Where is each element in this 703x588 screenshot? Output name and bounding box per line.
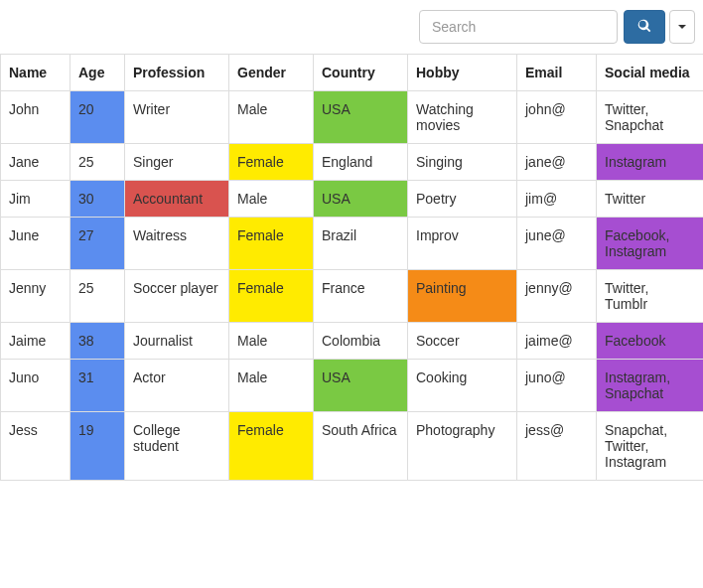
cell-email: john@: [517, 91, 597, 144]
cell-profession: Singer: [125, 144, 229, 181]
col-header-age[interactable]: Age: [70, 55, 125, 91]
cell-profession: Waitress: [125, 218, 229, 270]
cell-gender: Male: [229, 181, 314, 218]
cell-name: John: [1, 91, 70, 144]
cell-age: 25: [70, 270, 125, 323]
table-row: Jim30AccountantMaleUSAPoetryjim@Twitter: [1, 181, 704, 218]
cell-hobby: Improv: [408, 218, 517, 270]
cell-hobby: Soccer: [408, 323, 517, 360]
cell-age: 31: [70, 360, 125, 412]
cell-country: USA: [314, 91, 408, 144]
cell-gender: Male: [229, 91, 314, 144]
cell-name: Jaime: [1, 323, 70, 360]
cell-social: Twitter, Snapchat: [597, 91, 704, 144]
cell-email: jenny@: [517, 270, 597, 323]
cell-social: Facebook, Instagram: [597, 218, 704, 270]
cell-email: jim@: [517, 181, 597, 218]
table-row: Jaime38JournalistMaleColombiaSoccerjaime…: [1, 323, 704, 360]
cell-gender: Female: [229, 270, 314, 323]
cell-country: South Africa: [314, 412, 408, 481]
data-table: Name Age Profession Gender Country Hobby…: [0, 54, 703, 481]
cell-country: Brazil: [314, 218, 408, 270]
col-header-country[interactable]: Country: [314, 55, 408, 91]
col-header-email[interactable]: Email: [517, 55, 597, 91]
cell-gender: Female: [229, 412, 314, 481]
cell-age: 30: [70, 181, 125, 218]
cell-social: Twitter, Tumblr: [597, 270, 704, 323]
table-row: Juno31ActorMaleUSACookingjuno@Instagram,…: [1, 360, 704, 412]
cell-hobby: Photography: [408, 412, 517, 481]
cell-gender: Male: [229, 360, 314, 412]
cell-social: Snapchat, Twitter, Instagram: [597, 412, 704, 481]
search-input[interactable]: [419, 10, 618, 44]
cell-name: Juno: [1, 360, 70, 412]
cell-profession: Writer: [125, 91, 229, 144]
cell-age: 38: [70, 323, 125, 360]
search-button[interactable]: [624, 10, 665, 44]
col-header-name[interactable]: Name: [1, 55, 70, 91]
search-icon: [637, 19, 651, 36]
cell-profession: Soccer player: [125, 270, 229, 323]
cell-age: 19: [70, 412, 125, 481]
cell-social: Instagram: [597, 144, 704, 181]
cell-profession: Actor: [125, 360, 229, 412]
cell-hobby: Singing: [408, 144, 517, 181]
col-header-social[interactable]: Social media: [597, 55, 704, 91]
cell-email: jess@: [517, 412, 597, 481]
cell-social: Facebook: [597, 323, 704, 360]
cell-name: June: [1, 218, 70, 270]
table-row: June27WaitressFemaleBrazilImprovjune@Fac…: [1, 218, 704, 270]
cell-hobby: Watching movies: [408, 91, 517, 144]
cell-social: Twitter: [597, 181, 704, 218]
cell-gender: Female: [229, 144, 314, 181]
cell-email: jaime@: [517, 323, 597, 360]
table-header-row: Name Age Profession Gender Country Hobby…: [1, 55, 704, 91]
col-header-profession[interactable]: Profession: [125, 55, 229, 91]
table-row: Jenny25Soccer playerFemaleFrancePainting…: [1, 270, 704, 323]
cell-country: Colombia: [314, 323, 408, 360]
cell-age: 20: [70, 91, 125, 144]
search-options-dropdown[interactable]: [669, 10, 695, 44]
cell-email: jane@: [517, 144, 597, 181]
cell-country: France: [314, 270, 408, 323]
cell-name: Jess: [1, 412, 70, 481]
cell-hobby: Painting: [408, 270, 517, 323]
caret-down-icon: [678, 25, 686, 29]
col-header-gender[interactable]: Gender: [229, 55, 314, 91]
cell-email: juno@: [517, 360, 597, 412]
cell-name: Jane: [1, 144, 70, 181]
cell-hobby: Cooking: [408, 360, 517, 412]
cell-profession: Journalist: [125, 323, 229, 360]
cell-profession: Accountant: [125, 181, 229, 218]
cell-age: 27: [70, 218, 125, 270]
cell-country: USA: [314, 360, 408, 412]
cell-age: 25: [70, 144, 125, 181]
cell-name: Jenny: [1, 270, 70, 323]
cell-name: Jim: [1, 181, 70, 218]
cell-country: England: [314, 144, 408, 181]
cell-email: june@: [517, 218, 597, 270]
cell-social: Instagram, Snapchat: [597, 360, 704, 412]
cell-country: USA: [314, 181, 408, 218]
table-row: John20WriterMaleUSAWatching moviesjohn@T…: [1, 91, 704, 144]
table-row: Jess19College studentFemaleSouth AfricaP…: [1, 412, 704, 481]
cell-gender: Female: [229, 218, 314, 270]
cell-gender: Male: [229, 323, 314, 360]
cell-hobby: Poetry: [408, 181, 517, 218]
table-row: Jane25SingerFemaleEnglandSingingjane@Ins…: [1, 144, 704, 181]
cell-profession: College student: [125, 412, 229, 481]
col-header-hobby[interactable]: Hobby: [408, 55, 517, 91]
toolbar: [0, 0, 703, 54]
